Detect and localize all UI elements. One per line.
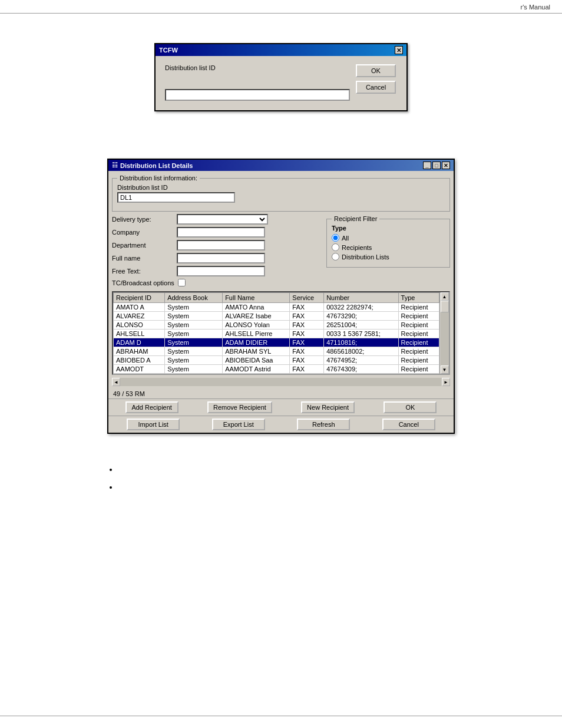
dist-close-button[interactable]: ✕ bbox=[442, 162, 450, 169]
export-list-button[interactable]: Export List bbox=[212, 419, 265, 430]
tc-broadcast-checkbox[interactable] bbox=[178, 279, 186, 286]
recipients-table-container: Recipient ID Address Book Full Name Serv… bbox=[112, 291, 450, 375]
horizontal-scrollbar[interactable]: ◄ ► bbox=[112, 377, 450, 387]
dist-title: Distribution List Details bbox=[120, 162, 423, 169]
scroll-track[interactable] bbox=[441, 301, 449, 365]
scroll-down-button[interactable]: ▼ bbox=[441, 365, 449, 374]
dist-list-id-field[interactable] bbox=[117, 192, 235, 203]
recipient-filter-fieldset: Recipient Filter Type All Recipients Dis… bbox=[326, 215, 450, 268]
tcfw-ok-button[interactable]: OK bbox=[356, 64, 396, 77]
h-scroll-track[interactable] bbox=[120, 378, 442, 386]
remove-recipient-button[interactable]: Remove Recipient bbox=[207, 401, 272, 413]
dist-title-bar: ☷ Distribution List Details _ □ ✕ bbox=[108, 160, 454, 171]
table-row[interactable]: AAMODTSystemAAMODT AstridFAX47674309;Rec… bbox=[114, 365, 439, 374]
cancel-button[interactable]: Cancel bbox=[382, 419, 435, 430]
col-type: Type bbox=[398, 293, 439, 303]
filter-all-label: All bbox=[342, 235, 349, 242]
filter-recipients-radio[interactable] bbox=[332, 243, 339, 251]
page-footer bbox=[0, 716, 562, 716]
page-header: r's Manual bbox=[0, 0, 562, 14]
table-row[interactable]: ALVAREZSystemALVAREZ IsabeFAX47673290;Re… bbox=[114, 312, 439, 321]
company-row: Company bbox=[112, 227, 323, 238]
scroll-up-button[interactable]: ▲ bbox=[441, 292, 449, 301]
department-field[interactable] bbox=[177, 240, 265, 251]
status-bar: 49 / 53 RM bbox=[108, 389, 454, 398]
scroll-thumb[interactable] bbox=[441, 301, 449, 312]
button-row-1: Add Recipient Remove Recipient New Recip… bbox=[108, 398, 454, 416]
scroll-left-button[interactable]: ◄ bbox=[112, 378, 120, 386]
tcfw-close-button[interactable]: ✕ bbox=[395, 46, 403, 54]
company-label: Company bbox=[112, 229, 177, 236]
department-label: Department bbox=[112, 242, 177, 249]
filter-dist-lists-label: Distribution Lists bbox=[342, 253, 389, 261]
col-service: Service bbox=[290, 293, 324, 303]
dist-info-legend: Distribution list information: bbox=[117, 174, 200, 182]
dist-form-left: Delivery type: Company Department Full n… bbox=[112, 214, 323, 289]
col-number: Number bbox=[324, 293, 398, 303]
dist-list-dialog: ☷ Distribution List Details _ □ ✕ Distri… bbox=[107, 159, 455, 434]
company-field[interactable] bbox=[177, 227, 265, 238]
scroll-right-button[interactable]: ► bbox=[442, 378, 450, 386]
fullname-label: Full name bbox=[112, 255, 177, 262]
filter-type-label: Type bbox=[332, 225, 445, 232]
department-row: Department bbox=[112, 240, 323, 251]
bottom-text-area bbox=[35, 434, 527, 516]
recipients-table: Recipient ID Address Book Full Name Serv… bbox=[113, 292, 439, 374]
vertical-scrollbar[interactable]: ▲ ▼ bbox=[439, 292, 449, 374]
table-row[interactable]: ADAM DSystemADAM DIDIERFAX47110816;Recip… bbox=[114, 338, 439, 347]
fullname-field[interactable] bbox=[177, 253, 265, 263]
recipient-filter-area: Recipient Filter Type All Recipients Dis… bbox=[326, 214, 450, 289]
dist-maximize-button[interactable]: □ bbox=[432, 162, 441, 169]
filter-recipients-option: Recipients bbox=[332, 243, 445, 251]
recipient-filter-legend: Recipient Filter bbox=[332, 215, 379, 222]
filter-all-radio[interactable] bbox=[332, 234, 339, 242]
distribution-list-id-label: Distribution list ID bbox=[165, 64, 350, 71]
tcfw-title: TCFW bbox=[159, 47, 178, 54]
add-recipient-button[interactable]: Add Recipient bbox=[125, 401, 178, 413]
bullet-item-2 bbox=[118, 481, 468, 494]
delivery-type-row: Delivery type: bbox=[112, 214, 323, 225]
new-recipient-button[interactable]: New Recipient bbox=[301, 401, 355, 413]
tc-broadcast-row: TC/Broadcast options bbox=[112, 279, 323, 286]
tcfw-dialog: TCFW ✕ Distribution list ID OK Cancel bbox=[154, 43, 408, 111]
table-row[interactable]: AMATO ASystemAMATO AnnaFAX00322 2282974;… bbox=[114, 303, 439, 312]
table-row[interactable]: ABIOBED ASystemABIOBEIDA SaaFAX47674952;… bbox=[114, 356, 439, 365]
table-row[interactable]: ABRAHAMSystemABRAHAM SYLFAX4865618002;Re… bbox=[114, 347, 439, 356]
dist-title-icon: ☷ bbox=[112, 162, 118, 169]
col-full-name: Full Name bbox=[223, 293, 290, 303]
freetext-field[interactable] bbox=[177, 266, 265, 276]
tcfw-title-bar: TCFW ✕ bbox=[156, 44, 406, 56]
freetext-row: Free Text: bbox=[112, 266, 323, 276]
tcfw-cancel-button[interactable]: Cancel bbox=[356, 81, 396, 94]
filter-dist-lists-option: Distribution Lists bbox=[332, 253, 445, 261]
col-recipient-id: Recipient ID bbox=[114, 293, 165, 303]
freetext-label: Free Text: bbox=[112, 268, 177, 275]
fullname-row: Full name bbox=[112, 253, 323, 263]
filter-recipients-label: Recipients bbox=[342, 244, 372, 251]
col-address-book: Address Book bbox=[165, 293, 223, 303]
distribution-list-id-input[interactable] bbox=[165, 89, 350, 101]
header-text: r's Manual bbox=[521, 4, 550, 11]
status-text: 49 / 53 RM bbox=[113, 390, 145, 397]
table-row[interactable]: AHLSELLSystemAHLSELL PierreFAX0033 1 536… bbox=[114, 330, 439, 338]
bullet-item-1 bbox=[118, 463, 468, 476]
dist-minimize-button[interactable]: _ bbox=[423, 162, 431, 169]
tc-broadcast-label: TC/Broadcast options bbox=[112, 279, 177, 286]
delivery-type-label: Delivery type: bbox=[112, 216, 177, 223]
dist-list-id-label: Distribution list ID bbox=[117, 184, 445, 191]
ok-button[interactable]: OK bbox=[384, 401, 437, 413]
import-list-button[interactable]: Import List bbox=[127, 419, 180, 430]
button-row-2: Import List Export List Refresh Cancel bbox=[108, 416, 454, 433]
filter-dist-lists-radio[interactable] bbox=[332, 253, 339, 261]
filter-all-option: All bbox=[332, 234, 445, 242]
delivery-type-select[interactable] bbox=[177, 214, 268, 225]
table-row[interactable]: ALONSOSystemALONSO YolanFAX26251004;Reci… bbox=[114, 321, 439, 330]
bullet-list bbox=[118, 463, 468, 493]
dist-info-fieldset: Distribution list information: Distribut… bbox=[112, 174, 450, 212]
refresh-button[interactable]: Refresh bbox=[297, 419, 350, 430]
